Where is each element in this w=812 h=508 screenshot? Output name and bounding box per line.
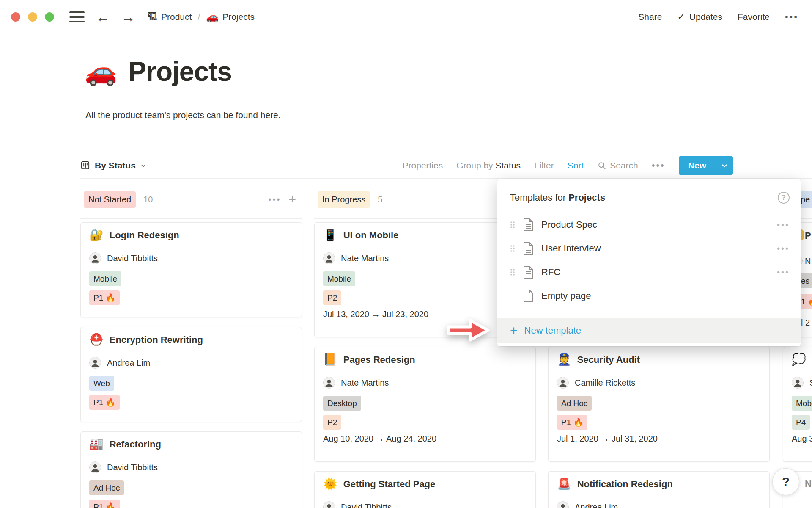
card-refactoring[interactable]: 🏭 Refactoring David Tibbitts Ad Hoc P1 🔥: [80, 431, 302, 508]
template-item-more-button[interactable]: •••: [777, 220, 790, 230]
search-label: Search: [610, 160, 638, 171]
empty-page-icon: [523, 290, 534, 302]
avatar: [557, 501, 569, 508]
person-name-fragment: N: [805, 257, 811, 266]
minimize-button[interactable]: [28, 12, 37, 22]
topbar-more-button[interactable]: •••: [785, 11, 798, 22]
board-column-not-started: Not Started 10 ••• + 🔐 Login Redesign Da…: [80, 190, 302, 508]
new-button-label: New: [679, 156, 716, 175]
avatar: [323, 377, 335, 389]
close-button[interactable]: [11, 12, 20, 22]
person-name: Camille Ricketts: [575, 378, 635, 388]
avatar: [89, 461, 101, 473]
group-by-button[interactable]: Group by Status: [456, 160, 521, 171]
forward-arrow-icon[interactable]: →: [121, 10, 135, 24]
board-column-third: 👮 Security Audit Camille Ricketts Ad Hoc…: [548, 347, 770, 508]
card-title: Refactoring: [110, 439, 161, 450]
new-button[interactable]: New: [679, 156, 733, 175]
construction-emoji-icon: 🏗: [147, 12, 157, 22]
card-title: UI on Mobile: [343, 230, 399, 241]
chevron-down-icon: [721, 162, 728, 169]
updates-button[interactable]: ✓ Updates: [677, 11, 722, 22]
filter-button[interactable]: Filter: [534, 160, 554, 171]
red-pointer-arrow-icon: [447, 315, 491, 347]
breadcrumb-projects[interactable]: 🚗 Projects: [206, 12, 255, 22]
template-item-label: RFC: [541, 267, 560, 278]
police-officer-emoji-icon: 👮: [557, 354, 571, 365]
breadcrumb-product[interactable]: 🏗 Product: [147, 12, 192, 22]
share-button[interactable]: Share: [638, 12, 662, 22]
avatar: [89, 357, 101, 369]
template-item-more-button[interactable]: •••: [777, 244, 790, 254]
template-item-more-button[interactable]: •••: [777, 268, 790, 277]
orange-book-emoji-icon: 📙: [323, 354, 337, 365]
mobile-phone-emoji-icon: 📱: [323, 229, 337, 241]
sort-button[interactable]: Sort: [568, 160, 584, 171]
properties-button[interactable]: Properties: [402, 160, 443, 171]
templates-menu-title-prefix: Templates for: [510, 192, 568, 203]
card-login-redesign[interactable]: 🔐 Login Redesign David Tibbitts Mobile P…: [80, 222, 302, 318]
new-template-button[interactable]: + New template: [497, 318, 801, 343]
tag-platform: Mobile: [89, 271, 121, 286]
back-arrow-icon[interactable]: ←: [96, 10, 110, 24]
page-icon[interactable]: 🚗: [85, 58, 117, 85]
person-name: Andrea Lim: [575, 502, 618, 508]
check-icon: ✓: [677, 11, 685, 22]
card-title-fragment: N: [805, 478, 812, 489]
card-security-audit[interactable]: 👮 Security Audit Camille Ricketts Ad Hoc…: [548, 347, 770, 462]
new-template-label: New template: [524, 325, 582, 336]
breadcrumb-product-label: Product: [161, 12, 192, 22]
column-add-button[interactable]: +: [288, 193, 296, 206]
avatar: [792, 377, 804, 389]
card-notification-redesign[interactable]: 🚨 Notification Redesign Andrea Lim: [548, 471, 770, 508]
card-title: Encryption Rewriting: [110, 334, 203, 345]
tag-priority: P4: [792, 415, 810, 430]
tag-platform: Mobile: [792, 396, 812, 411]
search-button[interactable]: Search: [597, 160, 638, 171]
tag-priority: P1 🔥: [89, 290, 120, 305]
avatar: [557, 377, 569, 389]
templates-help-icon[interactable]: ?: [778, 192, 790, 204]
view-switcher[interactable]: By Status: [80, 160, 146, 171]
template-item-user-interview[interactable]: User Interview •••: [497, 237, 801, 260]
card-title-fragment: P: [805, 230, 811, 241]
document-icon: [523, 266, 534, 279]
helmet-emoji-icon: ⛑️: [89, 334, 104, 345]
column-more-button[interactable]: •••: [268, 195, 281, 204]
template-item-rfc[interactable]: RFC •••: [497, 260, 801, 284]
chevron-down-icon: [140, 163, 146, 168]
toolbar-more-button[interactable]: •••: [652, 160, 665, 171]
templates-menu-title-target: Projects: [568, 192, 605, 203]
lock-emoji-icon: 🔐: [89, 229, 104, 241]
templates-menu-footer: + New template: [497, 313, 801, 346]
card-title: Getting Started Page: [343, 479, 436, 490]
sidebar-toggle-icon[interactable]: [69, 11, 85, 22]
drag-handle-icon[interactable]: [510, 268, 516, 276]
card-encryption-rewriting[interactable]: ⛑️ Encryption Rewriting Andrea Lim Web P…: [80, 327, 302, 422]
person-name: David Tibbitts: [107, 463, 158, 472]
document-icon: [523, 242, 534, 255]
person-name: David Tibbitts: [107, 254, 158, 263]
template-item-product-spec[interactable]: Product Spec •••: [497, 213, 801, 237]
new-button-chevron[interactable]: [716, 156, 733, 175]
help-button[interactable]: ?: [772, 468, 799, 495]
card-dates-fragment: l 2: [801, 318, 810, 328]
tag-priority: P1 🔥: [557, 415, 587, 430]
tag-priority: P1 🔥: [89, 500, 120, 508]
card-fragment[interactable]: 💭 C S Mobile P4 Aug 3: [783, 347, 812, 462]
zoom-button[interactable]: [45, 12, 54, 22]
favorite-button[interactable]: Favorite: [738, 12, 770, 22]
drag-handle-icon[interactable]: [510, 245, 516, 252]
tag-priority: P2: [323, 415, 341, 430]
person-name: Nate Martins: [341, 378, 389, 388]
page-description: All the product team's projects can be f…: [85, 110, 281, 120]
card-pages-redesign[interactable]: 📙 Pages Redesign Nate Martins Desktop P2…: [314, 347, 536, 462]
drag-handle-icon[interactable]: [510, 221, 516, 229]
factory-emoji-icon: 🏭: [89, 439, 104, 450]
view-switcher-label: By Status: [95, 160, 136, 171]
card-getting-started-page[interactable]: 🌞 Getting Started Page David Tibbitts: [314, 471, 536, 508]
search-icon: [597, 161, 606, 170]
tag-platform: Mobile: [323, 271, 355, 286]
traffic-lights: [11, 12, 54, 22]
template-item-empty-page[interactable]: Empty page: [497, 284, 801, 308]
